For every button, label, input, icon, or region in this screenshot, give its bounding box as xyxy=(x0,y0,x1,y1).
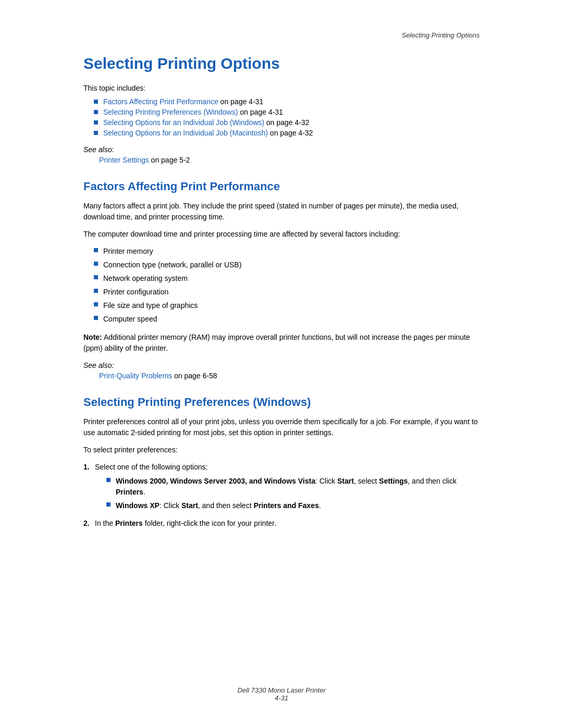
bullet-icon-1 xyxy=(94,100,98,104)
s1-bullet-icon-5 xyxy=(94,302,98,306)
footer-line2: 4-31 xyxy=(0,694,563,702)
winxp-bold: Windows XP xyxy=(116,501,160,510)
note-label: Note: xyxy=(83,333,102,341)
s1-bullet-icon-4 xyxy=(94,289,98,293)
toc-suffix-4: on page 4-32 xyxy=(268,129,313,137)
section2-para1: Printer preferences control all of your … xyxy=(83,416,480,438)
s1-bullet-2: Connection type (network, parallel or US… xyxy=(94,260,480,270)
section1-title: Factors Affecting Print Performance xyxy=(83,180,480,193)
bullet-icon-2 xyxy=(94,110,98,114)
step2-suffix: folder, right-click the icon for your pr… xyxy=(143,519,276,527)
s1-bullet-icon-3 xyxy=(94,275,98,279)
step-1: 1. Select one of the following options: … xyxy=(83,462,480,514)
see-also-printer-settings: Printer Settings on page 5-2 xyxy=(99,156,480,164)
toc-link-3[interactable]: Selecting Options for an Individual Job … xyxy=(103,118,264,127)
step1-sub-2: Windows XP: Click Start, and then select… xyxy=(106,500,480,511)
note-text: Additional printer memory (RAM) may impr… xyxy=(83,333,470,352)
header-title: Selecting Printing Options xyxy=(401,31,480,39)
page-title: Selecting Printing Options xyxy=(83,55,480,72)
step2-num: 2. xyxy=(83,518,95,529)
step2-bold: Printers xyxy=(115,519,143,527)
s1-see-also-label: See also: xyxy=(83,361,480,369)
step1-sub-list: Windows 2000, Windows Server 2003, and W… xyxy=(106,476,480,511)
toc-suffix-2: on page 4-31 xyxy=(238,108,283,116)
step1-text: Select one of the following options: xyxy=(95,463,207,471)
section2-para2: To select printer preferences: xyxy=(83,445,480,455)
step1-content: Select one of the following options: Win… xyxy=(95,462,480,514)
s1-see-also-suffix: on page 6-58 xyxy=(172,372,217,380)
s1-bullet-6: Computer speed xyxy=(94,314,480,325)
printers-faxes-bold: Printers and Faxes xyxy=(253,501,319,510)
step1-num: 1. xyxy=(83,462,95,473)
print-quality-link[interactable]: Print-Quality Problems xyxy=(99,372,172,380)
see-also-label: See also: xyxy=(83,145,480,154)
section2-steps: 1. Select one of the following options: … xyxy=(83,462,480,529)
s1-bullet-1: Printer memory xyxy=(94,246,480,257)
sub-bullet-icon-2 xyxy=(106,502,111,507)
step1-sub1-text: Windows 2000, Windows Server 2003, and W… xyxy=(116,476,480,498)
s1-see-also-link-container: Print-Quality Problems on page 6-58 xyxy=(99,372,480,380)
bullet-icon-4 xyxy=(94,131,98,135)
start-bold-1: Start xyxy=(337,477,354,485)
s1-bullet-icon-2 xyxy=(94,262,98,266)
step-2: 2. In the Printers folder, right-click t… xyxy=(83,518,480,529)
sub-bullet-icon-1 xyxy=(106,478,111,482)
printers-bold: Printers xyxy=(116,488,143,496)
toc-link-2[interactable]: Selecting Printing Preferences (Windows) xyxy=(103,108,238,116)
settings-bold: Settings xyxy=(379,477,408,485)
step1-sub2-text: Windows XP: Click Start, and then select… xyxy=(116,500,321,511)
note-block: Note: Additional printer memory (RAM) ma… xyxy=(83,332,480,354)
s1-bullet-icon-1 xyxy=(94,248,98,252)
intro-text: This topic includes: xyxy=(83,84,480,92)
toc-item-1: Factors Affecting Print Performance on p… xyxy=(94,97,480,106)
toc-link-1[interactable]: Factors Affecting Print Performance xyxy=(103,97,218,106)
toc-suffix-3: on page 4-32 xyxy=(264,118,309,127)
step2-prefix: In the xyxy=(95,519,115,527)
win2000-bold: Windows 2000, Windows Server 2003, and W… xyxy=(116,477,315,485)
printer-settings-link[interactable]: Printer Settings xyxy=(99,156,149,164)
s1-bullet-5: File size and type of graphics xyxy=(94,300,480,311)
toc-item-4: Selecting Options for an Individual Job … xyxy=(94,129,480,137)
toc-suffix-1: on page 4-31 xyxy=(218,97,263,106)
section1-para2: The computer download time and printer p… xyxy=(83,229,480,240)
s1-bullet-4: Printer configuration xyxy=(94,287,480,298)
section2-title: Selecting Printing Preferences (Windows) xyxy=(83,396,480,409)
section1-para1: Many factors affect a print job. They in… xyxy=(83,201,480,223)
toc-link-4[interactable]: Selecting Options for an Individual Job … xyxy=(103,129,268,137)
start-bold-2: Start xyxy=(181,501,198,510)
page-container: Selecting Printing Options Selecting Pri… xyxy=(0,0,563,728)
toc-list: Factors Affecting Print Performance on p… xyxy=(94,97,480,137)
step1-sub-1: Windows 2000, Windows Server 2003, and W… xyxy=(106,476,480,498)
section1-bullet-list: Printer memory Connection type (network,… xyxy=(94,246,480,325)
toc-item-2: Selecting Printing Preferences (Windows)… xyxy=(94,108,480,116)
s1-bullet-3: Network operating system xyxy=(94,273,480,284)
bullet-icon-3 xyxy=(94,120,98,125)
toc-item-3: Selecting Options for an Individual Job … xyxy=(94,118,480,127)
page-header: Selecting Printing Options xyxy=(83,31,480,39)
s1-bullet-icon-6 xyxy=(94,316,98,320)
see-also-suffix: on page 5-2 xyxy=(149,156,190,164)
step2-text: In the Printers folder, right-click the … xyxy=(95,518,276,529)
page-footer: Dell 7330 Mono Laser Printer 4-31 xyxy=(0,686,563,702)
footer-line1: Dell 7330 Mono Laser Printer xyxy=(0,686,563,694)
